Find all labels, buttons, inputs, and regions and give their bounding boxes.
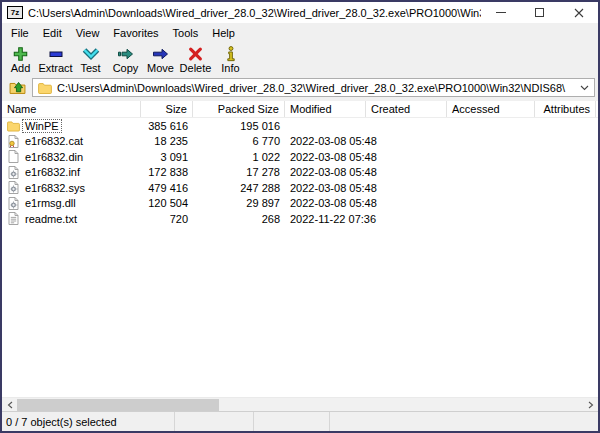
text-file-icon — [7, 212, 20, 225]
column-header-created[interactable]: Created — [366, 101, 447, 117]
window-controls — [481, 2, 598, 23]
file-modified: 2022-03-08 05:48 — [285, 166, 366, 178]
add-button[interactable]: Add — [3, 44, 38, 75]
minimize-button[interactable] — [481, 2, 520, 23]
folder-icon — [7, 119, 20, 132]
extract-label: Extract — [38, 62, 72, 75]
7zip-file-manager-window: 7z C:\Users\Admin\Downloads\Wired_driver… — [0, 0, 600, 433]
column-header-attributes[interactable]: Attributes — [535, 101, 596, 117]
menu-help[interactable]: Help — [205, 23, 242, 42]
extract-button[interactable]: Extract — [38, 44, 73, 75]
status-pane-4 — [330, 412, 598, 431]
file-modified: 2022-11-22 07:36 — [285, 213, 366, 225]
chevron-right-icon — [588, 401, 594, 409]
file-name[interactable]: e1r6832.sys — [23, 182, 87, 194]
scroll-right-arrow[interactable] — [583, 398, 598, 412]
file-name[interactable]: readme.txt — [23, 213, 79, 225]
test-button[interactable]: Test — [73, 44, 108, 75]
column-header-name[interactable]: Name — [2, 101, 141, 117]
file-modified: 2022-03-08 05:48 — [285, 151, 366, 163]
list-header: Name Size Packed Size Modified Created A… — [2, 101, 598, 118]
menu-file[interactable]: File — [4, 23, 36, 42]
copy-label: Copy — [113, 62, 139, 75]
file-modified: 2022-03-08 05:48 — [285, 135, 366, 147]
file-name[interactable]: e1r6832.cat — [23, 135, 85, 147]
table-row-inf[interactable]: e1r6832.inf 172 838 17 278 2022-03-08 05… — [2, 165, 598, 181]
info-button[interactable]: Info — [213, 44, 248, 75]
copy-button[interactable]: Copy — [108, 44, 143, 75]
copy-arrow-icon — [117, 45, 134, 62]
toolbar: Add Extract Test Copy Move — [2, 42, 598, 77]
file-name[interactable]: e1r6832.din — [23, 151, 85, 163]
table-row-winpe[interactable]: WinPE 385 616 195 016 — [2, 118, 598, 134]
parent-folder-button[interactable] — [6, 78, 28, 97]
app-icon-text: 7z — [11, 8, 19, 17]
setup-info-file-icon — [7, 166, 20, 179]
table-row-cat[interactable]: e1r6832.cat 18 235 6 770 2022-03-08 05:4… — [2, 134, 598, 150]
table-row-sys[interactable]: e1r6832.sys 479 416 247 288 2022-03-08 0… — [2, 180, 598, 196]
file-packed-size: 1 022 — [193, 151, 285, 163]
delete-button[interactable]: Delete — [178, 44, 213, 75]
menu-favorites[interactable]: Favorites — [106, 23, 165, 42]
chevron-down-icon[interactable] — [580, 85, 589, 91]
address-path[interactable]: C:\Users\Admin\Downloads\Wired_driver_28… — [57, 82, 575, 94]
list-empty-area — [2, 227, 598, 398]
certificate-file-icon — [7, 135, 20, 148]
table-row-readme[interactable]: readme.txt 720 268 2022-11-22 07:36 — [2, 211, 598, 227]
column-header-packed-size[interactable]: Packed Size — [193, 101, 285, 117]
menu-edit[interactable]: Edit — [36, 23, 69, 42]
file-packed-size: 17 278 — [193, 166, 285, 178]
maximize-button[interactable] — [520, 2, 559, 23]
menu-bar: File Edit View Favorites Tools Help — [2, 23, 598, 42]
info-i-icon — [226, 45, 236, 62]
column-header-accessed[interactable]: Accessed — [447, 101, 535, 117]
status-pane-2 — [175, 412, 254, 431]
minimize-icon — [496, 12, 506, 13]
scrollbar-thumb[interactable] — [17, 399, 219, 411]
address-bar: C:\Users\Admin\Downloads\Wired_driver_28… — [2, 77, 598, 101]
file-size: 3 091 — [141, 151, 193, 163]
add-plus-icon — [12, 45, 29, 62]
close-button[interactable] — [559, 2, 598, 23]
file-list-pane: Name Size Packed Size Modified Created A… — [2, 101, 598, 411]
file-name[interactable]: e1rmsg.dll — [23, 197, 78, 209]
test-checkmark-icon — [82, 45, 100, 62]
file-packed-size: 247 288 — [193, 182, 285, 194]
close-icon — [574, 8, 584, 18]
add-label: Add — [11, 62, 31, 75]
file-size: 172 838 — [141, 166, 193, 178]
maximize-icon — [535, 8, 544, 17]
menu-tools[interactable]: Tools — [166, 23, 206, 42]
generic-file-icon — [7, 150, 20, 163]
file-name[interactable]: WinPE — [23, 120, 61, 132]
app-icon-7zip: 7z — [7, 6, 23, 19]
file-packed-size: 29 897 — [193, 197, 285, 209]
status-pane-3 — [254, 412, 330, 431]
file-packed-size: 268 — [193, 213, 285, 225]
column-header-size[interactable]: Size — [141, 101, 193, 117]
file-size: 18 235 — [141, 135, 193, 147]
file-modified: 2022-03-08 05:48 — [285, 197, 366, 209]
address-combo[interactable]: C:\Users\Admin\Downloads\Wired_driver_28… — [32, 78, 595, 97]
system-file-icon — [7, 181, 20, 194]
file-size: 120 504 — [141, 197, 193, 209]
file-name[interactable]: e1r6832.inf — [23, 166, 82, 178]
file-size: 479 416 — [141, 182, 193, 194]
delete-label: Delete — [180, 62, 212, 75]
scroll-left-arrow[interactable] — [2, 398, 17, 412]
extract-minus-icon — [48, 45, 64, 62]
table-row-din[interactable]: e1r6832.din 3 091 1 022 2022-03-08 05:48 — [2, 149, 598, 165]
title-bar: 7z C:\Users\Admin\Downloads\Wired_driver… — [2, 2, 598, 23]
column-header-modified[interactable]: Modified — [285, 101, 366, 117]
file-rows: WinPE 385 616 195 016 e1r6832.cat 18 235… — [2, 118, 598, 227]
status-bar: 0 / 7 object(s) selected — [2, 411, 598, 431]
file-size: 385 616 — [141, 120, 193, 132]
menu-view[interactable]: View — [69, 23, 107, 42]
info-label: Info — [221, 62, 239, 75]
move-button[interactable]: Move — [143, 44, 178, 75]
horizontal-scrollbar[interactable] — [2, 397, 598, 411]
table-row-dll[interactable]: e1rmsg.dll 120 504 29 897 2022-03-08 05:… — [2, 196, 598, 212]
folder-icon — [38, 82, 52, 94]
delete-x-icon — [188, 45, 203, 62]
move-arrow-icon — [152, 45, 169, 62]
